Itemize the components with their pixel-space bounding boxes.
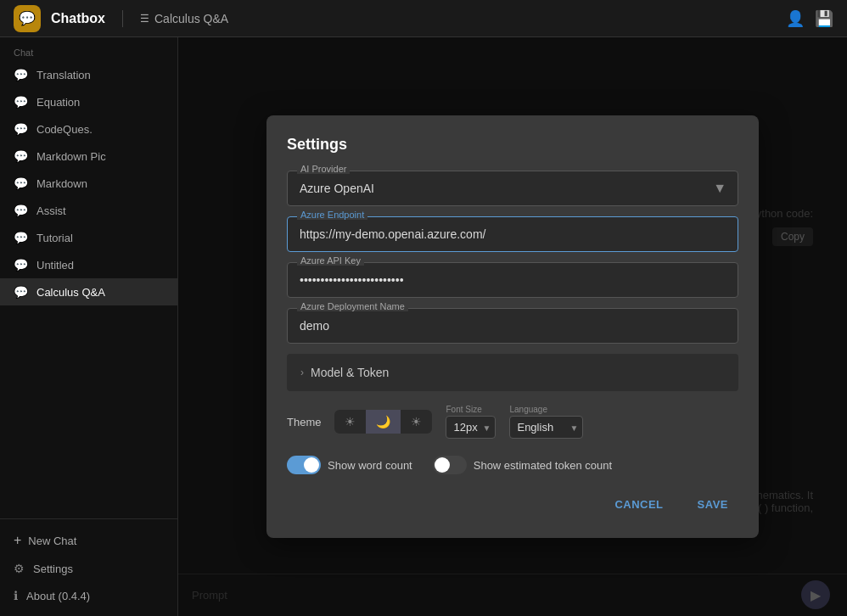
token-count-toggle-item: Show estimated token count <box>433 456 612 474</box>
new-chat-label: New Chat <box>28 535 76 547</box>
sidebar-item-codeques[interactable]: 💬 CodeQues. <box>0 115 177 143</box>
sidebar-item-settings[interactable]: ⚙ Settings <box>0 555 177 582</box>
chat-icon-markdown: 💬 <box>14 176 28 190</box>
ai-provider-label: AI Provider <box>297 164 350 174</box>
azure-endpoint-input[interactable] <box>287 216 738 252</box>
sidebar-bottom: + New Chat ⚙ Settings ℹ About (0.4.4) <box>0 518 177 609</box>
azure-api-key-input[interactable] <box>287 262 738 298</box>
azure-deployment-field: Azure Deployment Name <box>287 308 738 344</box>
font-size-select[interactable]: 12px 14px 16px <box>446 416 496 439</box>
sidebar-item-markdown-pic[interactable]: 💬 Markdown Pic <box>0 143 177 170</box>
chat-icon-translation: 💬 <box>14 68 28 81</box>
sidebar-label-translation: Translation <box>36 69 91 81</box>
word-count-toggle-knob <box>304 457 319 473</box>
chat-icon-calculus-qa: 💬 <box>14 285 28 299</box>
azure-deployment-input[interactable] <box>287 308 738 344</box>
sidebar-item-tutorial[interactable]: 💬 Tutorial <box>0 224 177 251</box>
sidebar-label-tutorial: Tutorial <box>36 232 73 244</box>
sidebar-item-markdown[interactable]: 💬 Markdown <box>0 170 177 197</box>
header-left: 💬 Chatbox ☰ Calculus Q&A <box>14 5 228 32</box>
theme-auto-button[interactable]: ☀ <box>401 410 432 434</box>
language-select[interactable]: English Chinese Japanese Spanish <box>509 416 583 439</box>
app-logo-icon: 💬 <box>19 10 36 26</box>
modal-footer: CANCEL SAVE <box>287 491 738 518</box>
header: 💬 Chatbox ☰ Calculus Q&A 👤 💾 <box>0 0 847 37</box>
sidebar-label-about: About (0.4.4) <box>26 590 90 602</box>
sidebar-label-untitled: Untitled <box>36 259 74 272</box>
azure-endpoint-label: Azure Endpoint <box>297 210 367 220</box>
theme-button-group: ☀ 🌙 ☀ <box>334 410 432 434</box>
header-chat-name: Calculus Q&A <box>154 12 228 25</box>
sidebar-label-equation: Equation <box>36 96 80 109</box>
language-group: Language English Chinese Japanese Spanis… <box>509 405 583 439</box>
chat-icon-untitled: 💬 <box>14 258 28 272</box>
modal-overlay: Settings AI Provider Azure OpenAI ▼ Azur… <box>178 37 847 616</box>
chat-icon-markdown-pic: 💬 <box>14 149 28 163</box>
person-icon[interactable]: 👤 <box>786 9 805 28</box>
sidebar: Chat 💬 Translation 💬 Equation 💬 CodeQues… <box>0 37 178 616</box>
app-logo: 💬 <box>14 5 41 32</box>
chevron-right-icon: › <box>300 367 304 378</box>
sidebar-label-markdown-pic: Markdown Pic <box>36 150 106 163</box>
bottom-settings: Theme ☀ 🌙 ☀ Font Size 12px 14px 16px <box>287 405 738 439</box>
header-chat-title-area: ☰ Calculus Q&A <box>140 12 228 25</box>
chat-icon-codeques: 💬 <box>14 122 28 136</box>
header-icons: 👤 💾 <box>786 9 833 28</box>
sidebar-label-codeques: CodeQues. <box>36 123 93 136</box>
modal-title: Settings <box>287 136 738 154</box>
chat-icon-tutorial: 💬 <box>14 231 28 244</box>
sidebar-label-settings: Settings <box>33 563 73 575</box>
word-count-toggle-item: Show word count <box>287 456 412 474</box>
token-count-toggle[interactable] <box>433 456 467 474</box>
language-label: Language <box>509 405 583 414</box>
app-title: Chatbox <box>51 11 105 26</box>
save-button[interactable]: SAVE <box>687 491 738 518</box>
font-size-select-wrapper: 12px 14px 16px ▼ <box>446 416 496 439</box>
token-count-toggle-knob <box>435 457 450 473</box>
sidebar-label-assist: Assist <box>36 204 66 217</box>
theme-light-button[interactable]: ☀ <box>334 410 366 434</box>
sidebar-label-markdown: Markdown <box>36 177 87 190</box>
ai-provider-field: AI Provider Azure OpenAI ▼ <box>287 171 738 206</box>
ai-provider-select[interactable]: Azure OpenAI <box>287 171 738 206</box>
main-layout: Chat 💬 Translation 💬 Equation 💬 CodeQues… <box>0 37 847 616</box>
gear-icon: ⚙ <box>14 562 25 575</box>
font-size-label: Font Size <box>446 405 496 414</box>
azure-api-key-label: Azure API Key <box>297 255 364 266</box>
info-icon: ℹ <box>14 589 18 602</box>
model-token-label: Model & Token <box>311 366 389 379</box>
chat-icon-equation: 💬 <box>14 95 28 109</box>
plus-icon: + <box>14 533 21 548</box>
sidebar-item-about[interactable]: ℹ About (0.4.4) <box>0 582 177 609</box>
model-token-section[interactable]: › Model & Token <box>287 354 738 391</box>
azure-endpoint-field: Azure Endpoint <box>287 216 738 252</box>
header-divider <box>122 10 123 27</box>
chat-icon-assist: 💬 <box>14 204 28 217</box>
settings-modal: Settings AI Provider Azure OpenAI ▼ Azur… <box>266 115 759 538</box>
new-chat-button[interactable]: + New Chat <box>0 526 177 555</box>
ai-provider-select-wrapper: Azure OpenAI ▼ <box>287 171 738 206</box>
azure-deployment-label: Azure Deployment Name <box>297 301 408 311</box>
cancel-button[interactable]: CANCEL <box>604 491 673 518</box>
sidebar-section-chat: Chat <box>0 44 177 61</box>
save-icon[interactable]: 💾 <box>815 9 833 28</box>
sidebar-item-equation[interactable]: 💬 Equation <box>0 88 177 115</box>
font-size-group: Font Size 12px 14px 16px ▼ <box>446 405 496 439</box>
theme-dark-button[interactable]: 🌙 <box>366 410 401 434</box>
language-select-wrapper: English Chinese Japanese Spanish ▼ <box>509 416 583 439</box>
theme-label: Theme <box>287 416 321 428</box>
sidebar-item-calculus-qa[interactable]: 💬 Calculus Q&A <box>0 278 177 305</box>
word-count-toggle[interactable] <box>287 456 321 474</box>
token-count-label: Show estimated token count <box>474 459 612 472</box>
menu-icon: ☰ <box>140 13 149 25</box>
sidebar-item-translation[interactable]: 💬 Translation <box>0 61 177 88</box>
sidebar-label-calculus-qa: Calculus Q&A <box>36 286 105 299</box>
azure-api-key-field: Azure API Key <box>287 262 738 298</box>
content-area: Python code: Copy hematics. It( ) functi… <box>178 37 847 616</box>
word-count-label: Show word count <box>328 459 412 472</box>
sidebar-item-assist[interactable]: 💬 Assist <box>0 197 177 224</box>
sidebar-item-untitled[interactable]: 💬 Untitled <box>0 251 177 278</box>
toggles-row: Show word count Show estimated token cou… <box>287 456 738 474</box>
